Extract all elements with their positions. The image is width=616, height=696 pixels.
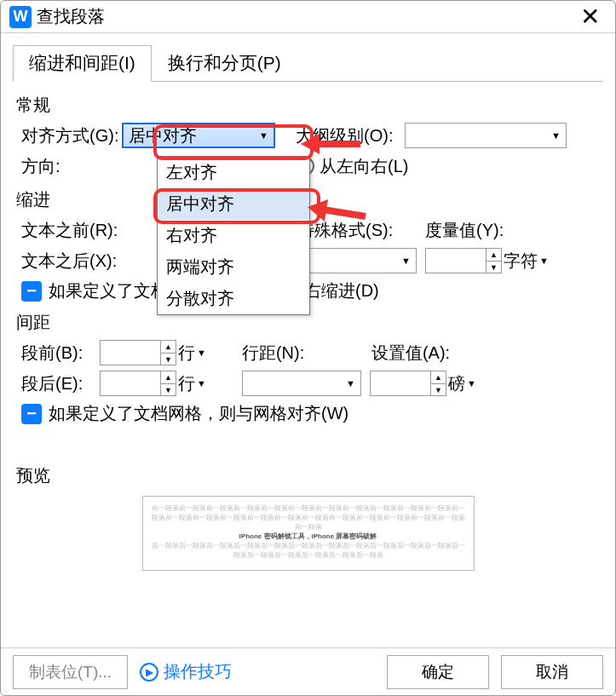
tabstops-button[interactable]: 制表位(T)... [13,655,128,689]
spin-up-icon[interactable]: ▲ [161,341,176,354]
tab-line-page-break[interactable]: 换行和分页(P) [152,45,297,81]
setvalue-spinner[interactable]: ▲▼ [370,371,446,396]
setvalue-unit[interactable]: 磅 ▼ [448,372,476,395]
spin-down-icon[interactable]: ▼ [161,354,176,365]
space-before-unit[interactable]: 行 ▼ [178,342,206,365]
space-after-spinner[interactable]: ▲▼ [100,371,176,396]
spin-up-icon[interactable]: ▲ [431,371,446,384]
align-dropdown-list: 左对齐 居中对齐 右对齐 两端对齐 分散对齐 [157,156,310,315]
cancel-button[interactable]: 取消 [501,655,603,689]
chevron-down-icon: ▼ [197,378,206,388]
tips-label: 操作技巧 [164,660,232,683]
spin-up-icon[interactable]: ▲ [161,371,176,384]
align-option-distribute[interactable]: 分散对齐 [158,283,309,314]
measure-spinner[interactable]: ▲▼ [425,248,502,273]
space-before-label: 段前(B): [21,342,100,365]
indent-before-label: 文本之前(R): [21,219,141,242]
align-option-right[interactable]: 右对齐 [158,220,309,251]
align-combo-value: 居中对齐 [129,124,197,147]
align-option-center[interactable]: 居中对齐 [158,188,309,220]
chevron-down-icon: ▼ [259,130,268,141]
measure-unit-label: 字符 [504,250,538,273]
chevron-down-icon: ▼ [467,378,476,388]
section-preview: 预览 [16,464,600,487]
setvalue-label: 设置值(A): [371,342,450,365]
spin-up-icon[interactable]: ▲ [486,249,501,262]
titlebar: W 查找段落 ✕ [1,1,615,33]
section-general: 常规 [16,94,600,117]
svg-line-2 [323,210,366,216]
spacing-grid-label: 如果定义了文档网格，则与网格对齐(W) [49,402,348,425]
chevron-down-icon: ▼ [539,256,549,266]
tab-bar: 缩进和间距(I) 换行和分页(P) [13,45,603,82]
measure-label: 度量值(Y): [425,219,504,242]
annotation-arrow-2 [306,193,374,227]
spacing-grid-checkbox[interactable]: − [21,404,42,424]
align-option-justify[interactable]: 两端对齐 [158,251,309,283]
spin-down-icon[interactable]: ▼ [431,384,446,396]
preview-box: 前一段落前一段落前一段落前一段落前一段落前一段落前一段落前一段落前一段落前一段落… [142,496,475,571]
preview-light-after: 后一段落后一段落后一段落后一段落后一段落后一段落后一段落后一段落后一段落后一段落… [152,542,465,559]
indent-grid-checkbox[interactable]: − [21,281,42,302]
indent-after-label: 文本之后(X): [21,250,141,273]
linespace-label: 行距(N): [242,342,343,365]
tips-link[interactable]: ▶ 操作技巧 [140,660,232,683]
ok-button[interactable]: 确定 [387,655,489,689]
direction-label: 方向: [21,155,122,178]
svg-marker-1 [301,134,320,154]
measure-unit-combo[interactable]: 字符 ▼ [504,250,549,273]
space-before-spinner[interactable]: ▲▼ [100,340,176,365]
unit-label: 行 [178,342,195,365]
chevron-down-icon: ▼ [346,378,355,388]
unit-label: 行 [178,372,195,395]
unit-label: 磅 [448,372,465,395]
preview-light-before: 前一段落前一段落前一段落前一段落前一段落前一段落前一段落前一段落前一段落前一段落… [152,504,465,531]
align-option-left[interactable]: 左对齐 [158,157,309,188]
app-icon: W [9,6,32,28]
space-after-label: 段后(E): [21,372,100,395]
spin-down-icon[interactable]: ▼ [486,262,501,273]
spin-down-icon[interactable]: ▼ [161,384,176,396]
dialog-footer: 制表位(T)... ▶ 操作技巧 确定 取消 [1,647,615,695]
special-format-combo[interactable]: ▼ [297,248,417,273]
linespace-combo[interactable]: ▼ [242,371,361,396]
align-combo[interactable]: 居中对齐 ▼ [122,123,275,148]
preview-dark: iPhone 密码解锁工具，iPhone 屏幕密码破解 [239,532,377,540]
close-button[interactable]: ✕ [573,3,607,31]
play-icon: ▶ [140,663,158,682]
outline-combo[interactable]: ▼ [405,123,567,148]
svg-marker-3 [308,199,328,221]
align-label: 对齐方式(G): [21,124,122,147]
space-after-unit[interactable]: 行 ▼ [178,372,206,395]
chevron-down-icon: ▼ [551,130,561,141]
window-title: 查找段落 [37,5,573,28]
chevron-down-icon: ▼ [401,256,411,266]
tab-indent-spacing[interactable]: 缩进和间距(I) [13,45,152,82]
annotation-arrow-1 [301,127,369,161]
chevron-down-icon: ▼ [197,348,206,358]
